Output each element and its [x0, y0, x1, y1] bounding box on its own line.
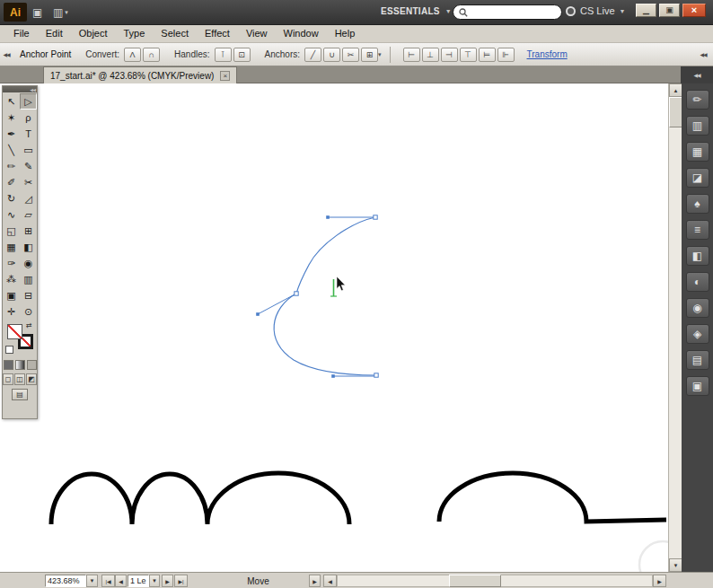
minimize-button[interactable]: ▁	[636, 4, 656, 17]
selection-tool[interactable]: ↖	[3, 93, 20, 110]
draw-normal-button[interactable]: ◻	[3, 373, 13, 385]
artboards-panel-icon[interactable]: ▣	[686, 376, 709, 396]
artboard-navigation-input[interactable]: 1 Le	[128, 575, 149, 587]
isolate-selection-button[interactable]: ⊞	[361, 48, 378, 62]
vertical-scroll-thumb[interactable]	[669, 97, 682, 127]
graphic-styles-panel-icon[interactable]: ◪	[686, 168, 709, 188]
collapse-panel-right-button[interactable]: ◀◀	[697, 51, 709, 57]
zoom-dropdown-icon[interactable]: ▼	[86, 575, 98, 587]
gradient-button[interactable]	[15, 360, 25, 370]
cut-path-button[interactable]: ✂	[342, 48, 359, 62]
direct-selection-tool[interactable]: ▷	[20, 93, 37, 110]
pencil-tool[interactable]: ✎	[20, 158, 37, 174]
align-bottom-button[interactable]: ⊩	[497, 48, 515, 62]
free-transform-tool[interactable]: ▱	[20, 206, 37, 223]
fill-swatch[interactable]	[7, 324, 22, 339]
connect-endpoints-button[interactable]: ∪	[323, 48, 340, 62]
hand-tool[interactable]: ✛	[3, 303, 20, 320]
close-button[interactable]: ×	[682, 4, 706, 17]
slice-tool[interactable]: ⊟	[20, 287, 37, 303]
remove-anchor-button[interactable]: ╱	[304, 48, 321, 62]
default-fill-stroke-button[interactable]	[5, 346, 13, 354]
rectangle-tool[interactable]: ▭	[20, 142, 37, 158]
menu-effect[interactable]: Effect	[197, 26, 238, 41]
menu-type[interactable]: Type	[116, 26, 154, 41]
gradient-panel-icon[interactable]: ◧	[686, 246, 709, 266]
next-artboard-button[interactable]: ▶	[162, 575, 173, 587]
tab-close-icon[interactable]: ×	[220, 71, 230, 81]
zoom-input[interactable]: 423.68%	[45, 575, 86, 587]
transform-link[interactable]: Transform	[527, 49, 568, 59]
brushes-panel-icon[interactable]: ✏	[686, 90, 709, 110]
zoom-tool[interactable]: ⊙	[20, 303, 37, 320]
show-handles-button[interactable]: ⊺	[215, 48, 232, 62]
tools-panel-header[interactable]: ◀◀	[3, 86, 37, 92]
artboard-dropdown-icon[interactable]: ▼	[149, 575, 160, 587]
document-tab[interactable]: 17_start.ai* @ 423.68% (CMYK/Preview) ×	[43, 66, 237, 83]
horizontal-scroll-thumb[interactable]	[449, 575, 501, 587]
line-segment-tool[interactable]: ╲	[3, 142, 20, 158]
scale-tool[interactable]: ◿	[20, 190, 37, 206]
direction-handle-point[interactable]	[326, 215, 330, 219]
color-button[interactable]	[4, 360, 13, 370]
dock-expand-button[interactable]: ◀◀	[681, 66, 713, 83]
none-button[interactable]	[27, 360, 37, 370]
color-guide-panel-icon[interactable]: ◈	[686, 324, 709, 344]
vertical-scrollbar[interactable]: ▲ ▼	[668, 83, 682, 572]
status-menu-button[interactable]: ▶	[309, 575, 321, 587]
selected-path-upper[interactable]	[296, 217, 375, 294]
cs-live-button[interactable]: CS Live ▼	[566, 5, 625, 16]
swatches-panel-icon[interactable]: ▥	[686, 116, 709, 136]
search-input[interactable]	[471, 7, 556, 17]
draw-behind-button[interactable]: ◫	[14, 373, 25, 385]
anchor-point[interactable]	[295, 292, 298, 295]
menu-edit[interactable]: Edit	[38, 26, 71, 41]
perspective-grid-tool[interactable]: ⊞	[20, 223, 37, 239]
lasso-tool[interactable]: ρ	[20, 110, 37, 126]
menu-window[interactable]: Window	[276, 26, 327, 41]
menu-select[interactable]: Select	[153, 26, 197, 41]
blob-brush-tool[interactable]: ✐	[3, 174, 20, 190]
appearance-panel-icon[interactable]: ▦	[686, 142, 709, 162]
paintbrush-tool[interactable]: ✏	[3, 158, 20, 174]
search-box[interactable]	[453, 4, 562, 20]
symbols-panel-icon[interactable]: ♠	[686, 194, 709, 214]
scroll-down-icon[interactable]: ▼	[669, 558, 682, 572]
screen-mode-button[interactable]: ▤	[12, 389, 28, 400]
selected-path-lower[interactable]	[274, 294, 376, 375]
hide-handles-button[interactable]: ⊡	[233, 48, 251, 62]
mesh-tool[interactable]: ▦	[3, 239, 20, 255]
workspace-switcher[interactable]: ESSENTIALS ▼	[381, 6, 452, 16]
column-graph-tool[interactable]: ▥	[20, 271, 37, 287]
scroll-left-icon[interactable]: ◀	[323, 575, 337, 587]
scissors-tool[interactable]: ✂	[20, 174, 37, 190]
magic-wand-tool[interactable]: ✶	[3, 110, 20, 126]
stroke-panel-icon[interactable]: ≡	[686, 220, 709, 240]
swap-fill-stroke-icon[interactable]: ⇄	[26, 321, 32, 329]
menu-file[interactable]: File	[5, 26, 38, 41]
scroll-right-icon[interactable]: ▶	[653, 575, 666, 587]
arrange-documents-button[interactable]: ▥ ▾	[50, 4, 71, 21]
first-artboard-button[interactable]: |◀	[101, 575, 115, 587]
previous-artboard-button[interactable]: ◀	[115, 575, 127, 587]
draw-inside-button[interactable]: ◩	[26, 373, 37, 385]
restore-button[interactable]: ▣	[659, 4, 680, 17]
align-left-button[interactable]: ⊢	[403, 48, 420, 62]
convert-to-smooth-button[interactable]: ∩	[143, 48, 160, 62]
anchor-point[interactable]	[374, 373, 378, 377]
direction-handle-point[interactable]	[331, 374, 335, 378]
convert-to-corner-button[interactable]: Λ	[124, 48, 141, 62]
blend-tool[interactable]: ◉	[20, 255, 37, 271]
align-right-button[interactable]: ⊣	[441, 48, 458, 62]
artwork-scallops[interactable]	[51, 473, 666, 524]
rotate-tool[interactable]: ↻	[3, 190, 20, 206]
menu-view[interactable]: View	[238, 26, 276, 41]
align-top-button[interactable]: ⊤	[460, 48, 477, 62]
width-tool[interactable]: ∿	[3, 206, 20, 223]
eyedropper-tool[interactable]: ✑	[3, 255, 20, 271]
type-tool[interactable]: T	[20, 126, 37, 142]
collapse-panel-left-button[interactable]: ◀◀	[0, 51, 13, 57]
transparency-panel-icon[interactable]: ◐	[686, 272, 709, 292]
shape-builder-tool[interactable]: ◱	[3, 223, 20, 239]
chevron-down-icon[interactable]: ▾	[378, 51, 382, 58]
